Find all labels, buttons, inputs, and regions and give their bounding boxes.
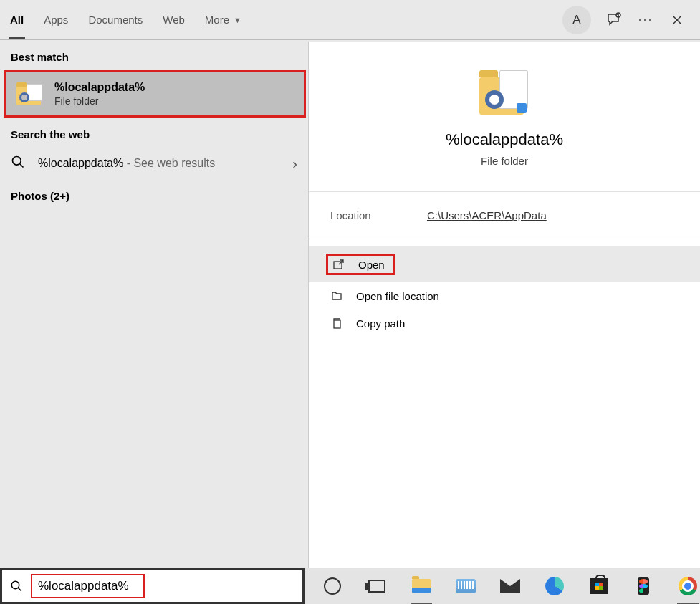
results-pane: Best match %localappdata% File folder Se…: [0, 40, 308, 568]
photos-header[interactable]: Photos (2+): [0, 179, 308, 213]
tab-documents[interactable]: Documents: [78, 0, 153, 39]
copy-icon: [330, 317, 343, 330]
store-icon[interactable]: [587, 574, 611, 598]
location-label: Location: [330, 209, 427, 221]
best-match-header: Best match: [0, 40, 308, 70]
search-icon: [11, 155, 25, 172]
folder-icon: [16, 82, 44, 105]
figma-icon[interactable]: [631, 574, 656, 598]
web-search-result[interactable]: %localappdata% - See web results ›: [0, 148, 308, 179]
feedback-icon[interactable]: [605, 11, 623, 29]
search-filter-header: All Apps Documents Web More▼ A ···: [0, 0, 700, 40]
more-options-icon[interactable]: ···: [637, 11, 654, 29]
tab-more[interactable]: More▼: [195, 0, 251, 39]
user-avatar[interactable]: A: [562, 6, 591, 34]
search-web-header: Search the web: [0, 118, 308, 148]
action-open[interactable]: Open: [309, 246, 700, 282]
open-icon: [332, 258, 345, 271]
action-copy-path[interactable]: Copy path: [309, 310, 700, 337]
preview-title: %localappdata%: [309, 130, 700, 149]
svg-line-8: [18, 588, 21, 591]
taskbar: [305, 568, 700, 604]
preview-subtitle: File folder: [309, 155, 700, 167]
chrome-icon[interactable]: [676, 574, 700, 598]
search-input[interactable]: [38, 579, 138, 593]
avatar-initial: A: [572, 13, 580, 27]
preview-pane: %localappdata% File folder Location C:\U…: [308, 42, 700, 568]
touch-keyboard-icon[interactable]: [454, 574, 478, 598]
action-open-location[interactable]: Open file location: [309, 282, 700, 310]
best-match-result[interactable]: %localappdata% File folder: [4, 70, 306, 118]
chevron-right-icon[interactable]: ›: [292, 155, 297, 172]
tab-more-label: More: [205, 14, 229, 26]
action-copy-path-label: Copy path: [356, 317, 405, 330]
web-result-text: %localappdata% - See web results: [38, 157, 279, 170]
edge-icon[interactable]: [542, 574, 567, 598]
filter-tabs: All Apps Documents Web More▼: [0, 0, 251, 39]
tab-documents-label: Documents: [88, 14, 143, 26]
location-value[interactable]: C:\Users\ACER\AppData: [427, 209, 547, 221]
svg-rect-6: [334, 320, 340, 328]
file-explorer-icon[interactable]: [409, 574, 433, 598]
search-icon: [2, 580, 31, 593]
tab-apps[interactable]: Apps: [34, 0, 78, 39]
cortana-icon[interactable]: [320, 574, 345, 598]
tab-apps-label: Apps: [44, 14, 68, 26]
svg-line-4: [20, 164, 24, 168]
folder-location-icon: [330, 289, 343, 302]
mail-icon[interactable]: [498, 574, 522, 598]
folder-preview-icon: [479, 67, 529, 115]
svg-point-3: [13, 157, 21, 166]
chevron-down-icon: ▼: [234, 16, 241, 24]
action-open-label: Open: [358, 259, 385, 271]
tab-web[interactable]: Web: [153, 0, 195, 39]
tab-all-label: All: [10, 14, 24, 26]
close-icon[interactable]: [668, 11, 686, 29]
svg-point-7: [11, 581, 19, 589]
search-box[interactable]: [0, 568, 305, 604]
best-match-title: %localappdata%: [54, 81, 145, 94]
tab-all[interactable]: All: [0, 0, 34, 39]
tab-web-label: Web: [163, 14, 185, 26]
best-match-subtitle: File folder: [54, 95, 145, 107]
action-open-location-label: Open file location: [356, 290, 439, 302]
task-view-icon[interactable]: [365, 574, 389, 598]
